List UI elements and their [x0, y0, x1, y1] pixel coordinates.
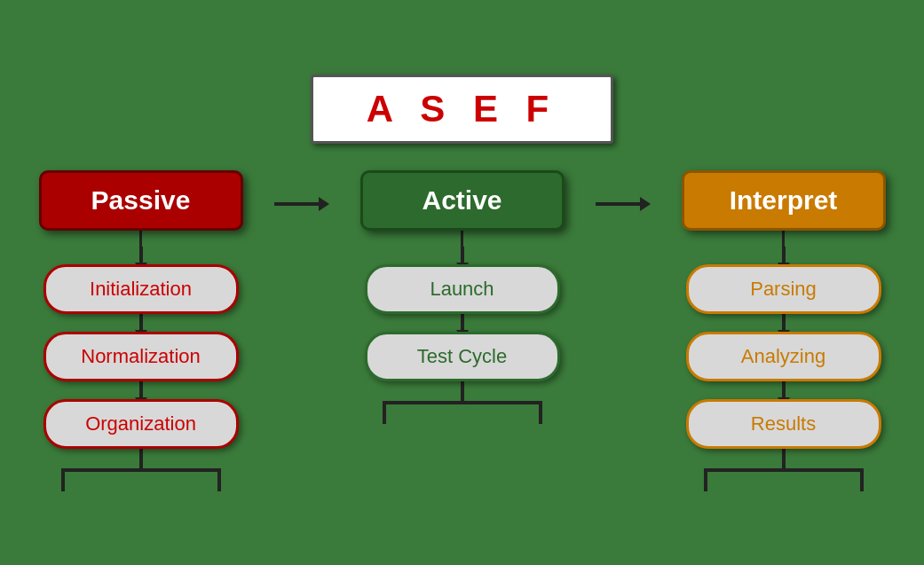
- interpret-item-analyzing: Analyzing: [686, 332, 881, 381]
- arrow-interpret-1: [782, 247, 786, 264]
- connector-active-interpret: [596, 170, 651, 211]
- title-box: A S E F: [311, 75, 613, 144]
- active-item-testcycle: Test Cycle: [365, 332, 560, 381]
- passive-item-initialization: Initialization: [43, 264, 239, 314]
- interpret-header: Interpret: [682, 170, 886, 231]
- arrow-passive-1: [139, 247, 143, 264]
- active-item-launch: Launch: [365, 264, 560, 314]
- passive-item-organization: Organization: [43, 399, 239, 449]
- arrow-passive-2: [139, 314, 143, 332]
- passive-item-normalization: Normalization: [43, 332, 239, 381]
- interpret-item-parsing: Parsing: [686, 264, 881, 314]
- interpret-column: Interpret Parsing Analyzing Results: [651, 170, 917, 491]
- arrow-passive-3: [139, 381, 143, 399]
- arrow-interpret-3: [782, 381, 786, 399]
- title-text: A S E F: [367, 88, 557, 130]
- active-header: Active: [360, 170, 565, 231]
- interpret-item-results: Results: [686, 399, 881, 449]
- arrow-interpret-2: [782, 314, 786, 332]
- arrow-active-2: [461, 314, 464, 332]
- passive-header: Passive: [39, 170, 243, 231]
- passive-column: Passive Initialization Normalization Org…: [8, 170, 274, 491]
- active-column: Active Launch Test Cycle: [329, 170, 596, 424]
- arrow-active-1: [461, 247, 464, 264]
- connector-passive-active: [274, 170, 329, 211]
